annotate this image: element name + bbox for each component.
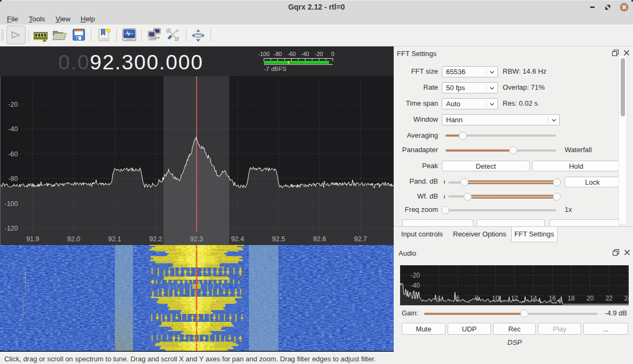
svg-text:-120: -120	[4, 225, 18, 232]
svg-text:-20: -20	[411, 272, 420, 279]
svg-text:92.7: 92.7	[354, 235, 367, 243]
svg-text:92.6: 92.6	[313, 235, 326, 243]
svg-text:-20: -20	[8, 101, 18, 108]
svg-text:92.1: 92.1	[108, 235, 121, 243]
svg-text:92.5: 92.5	[272, 235, 285, 243]
svg-text:-100: -100	[258, 51, 269, 57]
svg-text:92.3: 92.3	[190, 235, 203, 243]
svg-text:92.4: 92.4	[231, 235, 244, 243]
svg-text:-7 dBFS: -7 dBFS	[264, 66, 287, 72]
svg-text:92.0: 92.0	[67, 235, 80, 243]
svg-text:4: 4	[437, 295, 441, 302]
svg-text:-40: -40	[411, 282, 420, 289]
svg-text:-20: -20	[315, 51, 323, 57]
svg-text:20: 20	[587, 295, 594, 302]
svg-text:8: 8	[475, 295, 479, 302]
svg-text:6: 6	[456, 295, 460, 302]
svg-text:-80: -80	[8, 175, 18, 183]
svg-text:-60: -60	[8, 151, 18, 158]
svg-text:92.2: 92.2	[149, 235, 162, 243]
svg-text:10: 10	[492, 295, 499, 302]
svg-text:-60: -60	[287, 51, 295, 57]
svg-text:16: 16	[549, 295, 556, 302]
svg-text:91.9: 91.9	[26, 235, 39, 243]
svg-text:-40: -40	[8, 125, 18, 133]
svg-text:18: 18	[568, 295, 575, 302]
svg-text:-80: -80	[273, 51, 282, 57]
svg-text:12: 12	[511, 295, 518, 302]
svg-text:22: 22	[605, 295, 613, 302]
svg-text:14: 14	[530, 295, 537, 302]
svg-text:24: 24	[624, 295, 629, 302]
svg-text:0: 0	[331, 51, 334, 57]
svg-text:-40: -40	[301, 51, 309, 57]
svg-text:-100: -100	[4, 200, 18, 208]
